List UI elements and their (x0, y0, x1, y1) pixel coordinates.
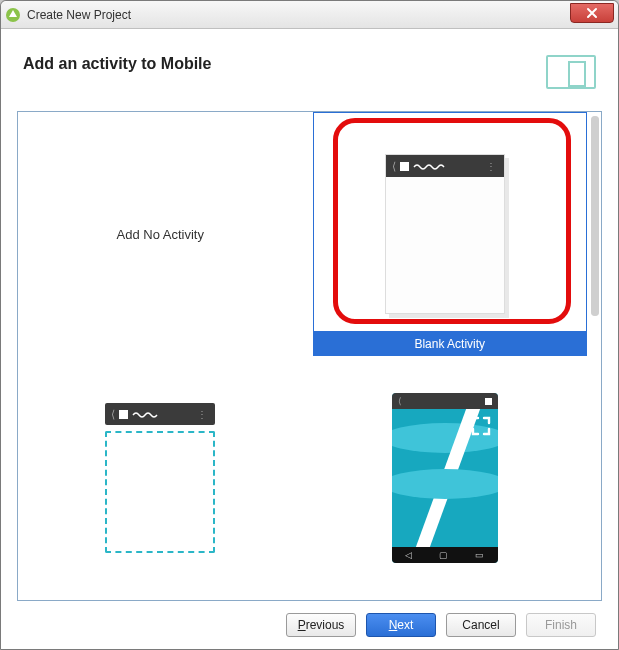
close-icon (586, 7, 598, 19)
scrollbar-thumb[interactable] (591, 116, 599, 316)
preview-navbar: ◁ ▢ ▭ (392, 547, 498, 563)
fullscreen-activity-preview: ⟨ ◁ ▢ ▭ (392, 393, 498, 563)
cancel-button[interactable]: Cancel (446, 613, 516, 637)
preview-actionbar: ⟨ ⋮ (105, 403, 215, 425)
back-icon: ⟨ (392, 160, 396, 173)
blank-activity-preview: ⟨ ⋮ (385, 154, 505, 314)
nav-back-icon: ◁ (405, 550, 412, 560)
app-icon-placeholder (485, 398, 492, 405)
back-icon: ⟨ (398, 396, 402, 406)
title-placeholder-icon (132, 410, 162, 418)
wizard-header: Add an activity to Mobile (1, 29, 618, 111)
window-title: Create New Project (27, 8, 131, 22)
activity-option-fullscreen[interactable]: ⟨ ◁ ▢ ▭ (303, 356, 588, 600)
fragment-placeholder-icon (105, 431, 215, 553)
activity-option-label: Add No Activity (117, 227, 204, 242)
fragment-activity-preview: ⟨ ⋮ (105, 403, 215, 553)
previous-button[interactable]: Previous (286, 613, 356, 637)
activity-option-none[interactable]: Add No Activity (18, 112, 303, 356)
scrollbar[interactable] (591, 116, 599, 316)
app-icon-placeholder (119, 410, 128, 419)
activity-option-blank[interactable]: ⟨ ⋮ Blank Activity (303, 112, 588, 356)
dialog-window: Create New Project Add an activity to Mo… (0, 0, 619, 650)
wizard-footer: Previous Next Cancel Finish (1, 601, 618, 649)
activity-gallery: Add No Activity ⟨ ⋮ (17, 111, 602, 601)
titlebar[interactable]: Create New Project (1, 1, 618, 29)
preview-statusbar: ⟨ (392, 393, 498, 409)
android-studio-icon (5, 7, 21, 23)
preview-content (392, 409, 498, 547)
app-icon-placeholder (400, 162, 409, 171)
page-title: Add an activity to Mobile (23, 55, 211, 73)
form-factor-icon (546, 55, 596, 89)
expand-icon (470, 415, 492, 437)
activity-option-label: Blank Activity (313, 332, 588, 356)
back-icon: ⟨ (111, 408, 115, 421)
nav-recent-icon: ▭ (475, 550, 484, 560)
preview-actionbar: ⟨ ⋮ (386, 155, 504, 177)
activity-option-blank-fragment[interactable]: ⟨ ⋮ (18, 356, 303, 600)
finish-button: Finish (526, 613, 596, 637)
title-placeholder-icon (413, 162, 447, 170)
close-button[interactable] (570, 3, 614, 23)
nav-home-icon: ▢ (439, 550, 448, 560)
next-button[interactable]: Next (366, 613, 436, 637)
overflow-icon: ⋮ (486, 161, 498, 172)
overflow-icon: ⋮ (197, 409, 209, 420)
